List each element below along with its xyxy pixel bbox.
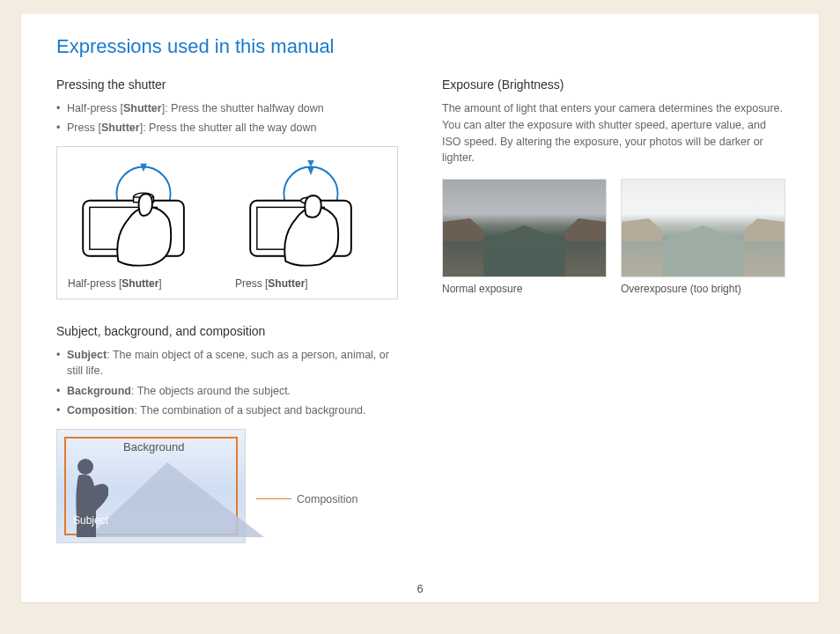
half-press-illustration xyxy=(68,158,219,272)
section-heading-exposure: Exposure (Brightness) xyxy=(442,77,784,92)
columns: Pressing the shutter Half-press [Shutter… xyxy=(56,77,784,543)
exposure-paragraph: The amount of light that enters your cam… xyxy=(442,100,784,166)
subject-label: Subject xyxy=(73,514,108,527)
left-column: Pressing the shutter Half-press [Shutter… xyxy=(56,77,398,543)
svg-marker-6 xyxy=(307,160,314,167)
svg-marker-18 xyxy=(744,218,785,241)
section-heading-composition: Subject, background, and composition xyxy=(56,324,398,338)
full-press-illustration xyxy=(235,158,387,272)
bullet-composition: Composition: The combination of a subjec… xyxy=(56,402,398,418)
shutter-illustration-box: Half-press [Shutter] xyxy=(56,146,398,299)
composition-diagram: Background Subject xyxy=(56,429,246,543)
page-title: Expressions used in this manual xyxy=(56,35,784,58)
svg-rect-16 xyxy=(443,241,606,276)
background-label: Background xyxy=(123,440,184,453)
overexposure-cell: Overexposure (too bright) xyxy=(621,179,784,295)
exposure-photos: Normal exposure Overexposure (too bright… xyxy=(442,179,784,295)
composition-bullets: Subject: The main object of a scene, suc… xyxy=(56,347,398,418)
bullet-half-press: Half-press [Shutter]: Press the shutter … xyxy=(56,100,398,116)
right-column: Exposure (Brightness) The amount of ligh… xyxy=(442,77,784,543)
overexposure-photo xyxy=(621,179,785,277)
manual-page: Expressions used in this manual Pressing… xyxy=(21,14,819,602)
svg-marker-17 xyxy=(622,218,662,241)
section-heading-shutter: Pressing the shutter xyxy=(56,77,398,92)
normal-exposure-photo xyxy=(442,179,607,277)
composition-diagram-row: Background Subject Composition xyxy=(56,429,398,543)
svg-marker-13 xyxy=(443,218,483,241)
svg-rect-20 xyxy=(622,241,785,276)
page-number: 6 xyxy=(21,582,819,595)
svg-point-12 xyxy=(77,459,93,475)
bullet-background: Background: The objects around the subje… xyxy=(56,383,398,399)
half-press-caption: Half-press [Shutter] xyxy=(68,277,219,290)
normal-exposure-cell: Normal exposure xyxy=(442,179,605,295)
svg-marker-7 xyxy=(307,167,314,176)
shutter-bullets: Half-press [Shutter]: Press the shutter … xyxy=(56,100,398,136)
normal-exposure-caption: Normal exposure xyxy=(442,283,605,295)
svg-marker-14 xyxy=(565,218,606,241)
half-press-cell: Half-press [Shutter] xyxy=(68,158,219,290)
full-press-caption: Press [Shutter] xyxy=(235,277,387,290)
bullet-subject: Subject: The main object of a scene, suc… xyxy=(56,347,398,379)
bullet-full-press: Press [Shutter]: Press the shutter all t… xyxy=(56,120,398,136)
composition-leader: Composition xyxy=(258,467,357,505)
full-press-cell: Press [Shutter] xyxy=(235,158,387,290)
overexposure-caption: Overexposure (too bright) xyxy=(621,283,784,295)
mountain-shape xyxy=(88,462,264,537)
composition-label: Composition xyxy=(297,493,357,505)
